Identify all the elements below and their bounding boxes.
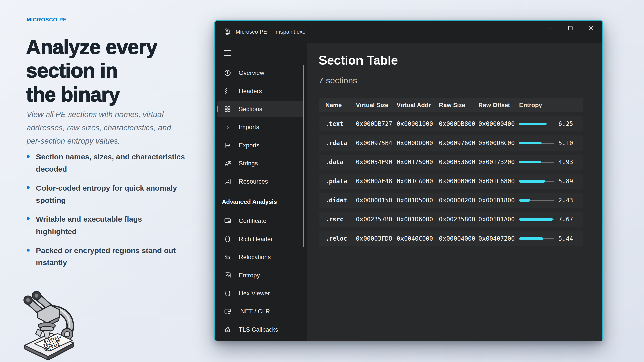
entropy-bar — [519, 199, 554, 202]
cell-virtual-size: 0x00003FD8 — [356, 235, 397, 242]
cell-virtual-addr: 0x00175000 — [397, 159, 439, 166]
page-title: Section Table — [319, 53, 398, 68]
feature-list: Section names, sizes, and characteristic… — [27, 151, 208, 276]
sidebar-item-label: Entropy — [239, 272, 260, 279]
section-table: Name Virtual Size Virtual Addr Raw Size … — [319, 98, 583, 246]
entropy-value: 2.43 — [558, 197, 573, 204]
window-title: Microsco-PE — mspaint.exe — [236, 29, 306, 35]
sidebar-item-headers[interactable]: Headers — [217, 83, 304, 99]
cell-raw-size: 0x00097600 — [439, 140, 478, 147]
menu-icon[interactable] — [223, 49, 232, 57]
cell-name: .reloc — [325, 235, 356, 242]
entropy-value: 5.44 — [558, 235, 573, 242]
sidebar-item-label: Sections — [239, 106, 262, 113]
sidebar-item-certificate[interactable]: Certificate — [217, 213, 304, 229]
cell-raw-offset: 0x00173200 — [478, 159, 519, 166]
sidebar-item-resources[interactable]: Resources — [217, 173, 304, 190]
page-background: MICROSCO-PE Analyze every section in the… — [0, 0, 644, 362]
sidebar-item-relocations[interactable]: Relocations — [217, 249, 304, 265]
cell-virtual-size: 0x00000150 — [356, 197, 397, 204]
table-row-text[interactable]: .text0x000DB7270x000010000x000DB8000x000… — [319, 116, 583, 131]
export-icon — [224, 142, 231, 149]
close-button[interactable] — [581, 21, 601, 35]
entropy-value: 7.67 — [558, 216, 573, 223]
cell-entropy: 7.67 — [519, 216, 583, 223]
image-icon — [224, 178, 231, 185]
cell-raw-offset: 0x001C6800 — [478, 178, 519, 185]
checklist-icon — [224, 87, 231, 95]
table-header: Name Virtual Size Virtual Addr Raw Size … — [319, 98, 583, 112]
sidebar-item-rich-header[interactable]: Rich Header — [217, 231, 304, 247]
cell-virtual-addr: 0x000DD000 — [397, 140, 439, 147]
table-row-rdata[interactable]: .rdata0x000975B40x000DD0000x000976000x00… — [319, 135, 583, 151]
feature-item: Section names, sizes, and characteristic… — [27, 151, 208, 175]
translate-icon — [224, 160, 231, 167]
entropy-value: 4.93 — [558, 159, 573, 166]
cell-entropy: 5.89 — [519, 178, 583, 185]
sidebar-group-label: Advanced Analysis — [222, 198, 304, 206]
sidebar-item-label: Exports — [239, 142, 260, 149]
swap-icon — [224, 253, 231, 261]
sidebar-item-sections[interactable]: Sections — [217, 101, 304, 117]
sidebar-item-strings[interactable]: Strings — [217, 155, 304, 171]
sidebar-item-label: Headers — [239, 87, 262, 95]
import-icon — [224, 123, 231, 131]
cell-virtual-size: 0x00054F90 — [356, 159, 397, 166]
window-titlebar: Microsco-PE — mspaint.exe — [215, 21, 602, 43]
maximize-button[interactable] — [560, 21, 581, 35]
entropy-value: 5.89 — [558, 178, 573, 185]
sidebar-item-label: Rich Header — [239, 236, 273, 243]
sidebar-item-label: Strings — [239, 160, 258, 167]
sidebar-item-hex-viewer[interactable]: Hex Viewer — [217, 285, 304, 301]
sidebar-item-label: Relocations — [239, 254, 271, 261]
cell-entropy: 6.25 — [519, 120, 583, 127]
cell-raw-offset: 0x001D1800 — [478, 197, 519, 204]
hero-subtitle: View all PE sections with names, virtual… — [27, 108, 171, 148]
braces-icon — [224, 235, 231, 243]
sidebar-item-tls-callbacks[interactable]: TLS Callbacks — [217, 322, 304, 338]
sidebar-item-net-clr[interactable]: .NET / CLR — [217, 303, 304, 320]
cell-virtual-addr: 0x001D6000 — [397, 216, 439, 223]
bullet-dot-icon — [27, 217, 30, 220]
cell-name: .pdata — [325, 178, 356, 185]
feature-item: Writable and executable flags highlighte… — [27, 213, 208, 238]
entropy-bar — [519, 180, 554, 183]
cell-entropy: 5.10 — [519, 140, 583, 147]
bullet-dot-icon — [27, 155, 30, 158]
table-row-data[interactable]: .data0x00054F900x001750000x000536000x001… — [319, 155, 583, 170]
cell-raw-offset: 0x00407200 — [478, 235, 519, 242]
lock-icon — [224, 326, 231, 333]
microscope-illustration: 01101010 10011100 10100111 011 — [13, 287, 108, 362]
table-row-rsrc[interactable]: .rsrc0x002357B00x001D60000x002358000x001… — [319, 212, 583, 227]
cell-name: .data — [325, 159, 356, 166]
sidebar-item-overview[interactable]: Overview — [217, 65, 304, 81]
table-row-reloc[interactable]: .reloc0x00003FD80x0040C0000x000040000x00… — [319, 231, 583, 246]
app-icon — [224, 27, 233, 36]
cell-raw-size: 0x00004000 — [439, 235, 478, 242]
sidebar-item-label: Hex Viewer — [239, 290, 270, 297]
cell-raw-offset: 0x001D1A00 — [478, 216, 519, 223]
sidebar-item-entropy[interactable]: Entropy — [217, 267, 304, 283]
entropy-bar — [519, 218, 554, 221]
bullet-dot-icon — [27, 249, 30, 252]
minimize-button[interactable] — [539, 21, 560, 35]
brand-link[interactable]: MICROSCO-PE — [27, 17, 67, 23]
table-row-didat[interactable]: .didat0x000001500x001D50000x000002000x00… — [319, 193, 583, 208]
sidebar-scrollbar[interactable] — [303, 65, 304, 247]
sidebar-item-label: Imports — [239, 124, 259, 131]
entropy-bar — [519, 142, 554, 145]
cell-entropy: 4.93 — [519, 159, 583, 166]
cell-virtual-addr: 0x0040C000 — [397, 235, 439, 242]
cell-raw-size: 0x00053600 — [439, 159, 478, 166]
cell-virtual-addr: 0x00001000 — [397, 120, 439, 127]
sidebar-divider — [218, 192, 303, 192]
cell-name: .rsrc — [325, 216, 356, 223]
card-person-icon — [224, 308, 231, 315]
table-row-pdata[interactable]: .pdata0x0000AE480x001CA0000x0000B0000x00… — [319, 174, 583, 189]
sidebar-item-imports[interactable]: Imports — [217, 119, 304, 135]
cell-raw-size: 0x00235800 — [439, 216, 478, 223]
sidebar-item-exports[interactable]: Exports — [217, 137, 304, 153]
cell-raw-size: 0x0000B000 — [439, 178, 478, 185]
bullet-dot-icon — [27, 186, 30, 189]
entropy-value: 5.10 — [558, 140, 573, 147]
